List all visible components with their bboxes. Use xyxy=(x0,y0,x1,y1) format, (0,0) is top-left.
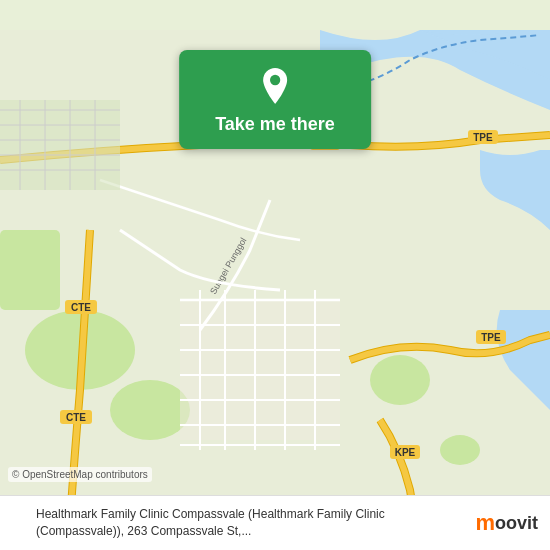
moovit-rest-letters: oovit xyxy=(495,513,538,534)
svg-point-5 xyxy=(440,435,480,465)
moovit-m-letter: m xyxy=(475,510,495,536)
clinic-description: Healthmark Family Clinic Compassvale (He… xyxy=(36,506,465,540)
svg-point-4 xyxy=(370,355,430,405)
svg-text:CTE: CTE xyxy=(66,412,86,423)
take-me-there-label: Take me there xyxy=(215,114,335,135)
osm-text: © OpenStreetMap contributors xyxy=(12,469,148,480)
osm-attribution[interactable]: © OpenStreetMap contributors xyxy=(8,467,152,482)
svg-point-2 xyxy=(110,380,190,440)
moovit-logo: m oovit xyxy=(475,510,538,536)
location-pin-icon xyxy=(257,68,293,104)
svg-point-42 xyxy=(270,75,280,85)
take-me-there-button[interactable]: Take me there xyxy=(179,50,371,149)
bottom-bar: Healthmark Family Clinic Compassvale (He… xyxy=(0,495,550,550)
map-container: TPE TPE CTE CTE TPE KPE Sungei Punggol xyxy=(0,0,550,550)
svg-rect-3 xyxy=(0,230,60,310)
svg-text:TPE: TPE xyxy=(473,132,493,143)
svg-text:TPE: TPE xyxy=(481,332,501,343)
svg-text:KPE: KPE xyxy=(395,447,416,458)
svg-text:CTE: CTE xyxy=(71,302,91,313)
take-me-there-overlay: Take me there xyxy=(179,50,371,149)
svg-rect-32 xyxy=(0,100,120,190)
